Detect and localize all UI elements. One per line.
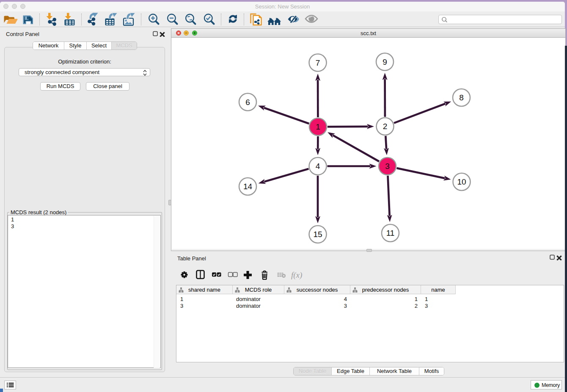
svg-text:11: 11: [386, 229, 395, 237]
svg-text:15: 15: [313, 230, 322, 239]
svg-text:6: 6: [245, 98, 250, 107]
svg-text:14: 14: [243, 182, 253, 191]
svg-text:7: 7: [316, 58, 320, 67]
svg-text:8: 8: [459, 93, 464, 102]
svg-text:10: 10: [457, 177, 466, 186]
svg-text:9: 9: [383, 58, 387, 66]
svg-text:4: 4: [316, 162, 320, 171]
svg-text:1: 1: [316, 122, 320, 131]
svg-text:f(x): f(x): [291, 271, 302, 280]
svg-text:2: 2: [383, 122, 388, 131]
svg-text:3: 3: [385, 162, 390, 171]
